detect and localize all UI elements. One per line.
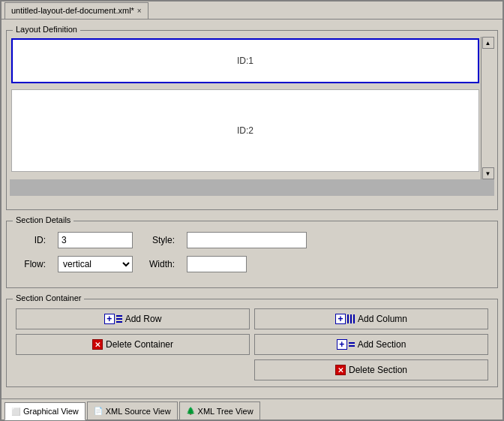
delete-container-label: Delete Container bbox=[106, 339, 173, 350]
document-tab[interactable]: untitled-layout-def-document.xml* × bbox=[4, 2, 148, 19]
add-row-button[interactable]: + Add Row bbox=[16, 308, 250, 329]
layout-box-id1[interactable]: ID:1 bbox=[11, 38, 479, 83]
layout-box-id1-label: ID:1 bbox=[237, 56, 254, 66]
section-container-panel: Section Container + bbox=[6, 299, 498, 387]
add-section-icon: + bbox=[337, 339, 355, 350]
section-details-legend: Section Details bbox=[13, 215, 74, 224]
main-window: untitled-layout-def-document.xml* × Layo… bbox=[0, 0, 504, 421]
add-column-icon: + bbox=[335, 314, 355, 324]
layout-canvas-area: ID:1 ID:2 ▲ ▼ bbox=[7, 34, 497, 199]
delete-section-label: Delete Section bbox=[349, 365, 407, 375]
tab-bar: ⬜ Graphical View 📄 XML Source View 🌲 XML… bbox=[2, 398, 502, 419]
add-row-icon: + bbox=[104, 314, 122, 324]
main-content: Layout Definition ID:1 ID:2 ▲ bbox=[2, 20, 502, 398]
button-grid: + Add Row bbox=[16, 308, 488, 380]
width-label: Width: bbox=[145, 259, 175, 269]
graphical-view-label: Graphical View bbox=[23, 407, 79, 416]
scrollbar-track[interactable] bbox=[483, 49, 494, 167]
section-details-content: ID: Style: Flow: vertical horizontal Wid… bbox=[7, 224, 497, 287]
xml-source-label: XML Source View bbox=[106, 407, 171, 416]
scrollbar-down-icon: ▼ bbox=[485, 170, 491, 177]
flow-label: Flow: bbox=[16, 259, 46, 269]
tab-close-button[interactable]: × bbox=[137, 7, 142, 15]
width-input[interactable] bbox=[187, 256, 247, 272]
id-label: ID: bbox=[16, 235, 46, 245]
layout-box-id2[interactable]: ID:2 bbox=[11, 89, 479, 172]
style-input[interactable] bbox=[187, 232, 307, 248]
add-section-label: Add Section bbox=[358, 339, 406, 350]
scrollbar-up-icon: ▲ bbox=[485, 40, 491, 47]
delete-container-icon: ✕ bbox=[92, 339, 103, 350]
section-container-content: + Add Row bbox=[7, 302, 497, 386]
delete-section-icon: ✕ bbox=[335, 365, 346, 375]
layout-gray-bar bbox=[10, 179, 494, 196]
scrollbar-down-button[interactable]: ▼ bbox=[482, 167, 494, 179]
layout-box-id2-label: ID:2 bbox=[237, 125, 254, 136]
graphical-view-icon: ⬜ bbox=[11, 407, 20, 416]
layout-canvas: ID:1 ID:2 ▲ ▼ bbox=[10, 37, 494, 196]
add-section-button[interactable]: + Add Section bbox=[254, 334, 488, 355]
add-row-label: Add Row bbox=[125, 314, 162, 324]
tab-xml-source-view[interactable]: 📄 XML Source View bbox=[87, 401, 178, 419]
flow-select[interactable]: vertical horizontal bbox=[58, 256, 133, 272]
add-column-label: Add Column bbox=[358, 314, 407, 324]
section-container-legend: Section Container bbox=[13, 293, 84, 302]
delete-section-button[interactable]: ✕ Delete Section bbox=[254, 359, 488, 380]
scrollbar-up-button[interactable]: ▲ bbox=[482, 37, 494, 49]
xml-source-icon: 📄 bbox=[94, 407, 103, 415]
section-details-panel: Section Details ID: Style: Flow: vertica… bbox=[6, 221, 498, 288]
layout-definition-panel: Layout Definition ID:1 ID:2 ▲ bbox=[6, 30, 498, 210]
tab-xml-tree-view[interactable]: 🌲 XML Tree View bbox=[179, 401, 260, 419]
delete-container-button[interactable]: ✕ Delete Container bbox=[16, 334, 250, 355]
layout-scrollbar[interactable]: ▲ ▼ bbox=[481, 37, 494, 179]
xml-tree-icon: 🌲 bbox=[186, 407, 195, 415]
id-input[interactable] bbox=[58, 232, 133, 248]
form-row-flow-width: Flow: vertical horizontal Width: bbox=[16, 256, 488, 272]
tab-graphical-view[interactable]: ⬜ Graphical View bbox=[4, 402, 86, 420]
form-row-id-style: ID: Style: bbox=[16, 232, 488, 248]
tab-title: untitled-layout-def-document.xml* bbox=[11, 6, 134, 15]
xml-tree-label: XML Tree View bbox=[198, 407, 254, 416]
style-label: Style: bbox=[145, 235, 175, 245]
title-bar: untitled-layout-def-document.xml* × bbox=[2, 2, 502, 20]
add-column-button[interactable]: + Add Column bbox=[254, 308, 488, 329]
layout-definition-legend: Layout Definition bbox=[13, 25, 80, 34]
